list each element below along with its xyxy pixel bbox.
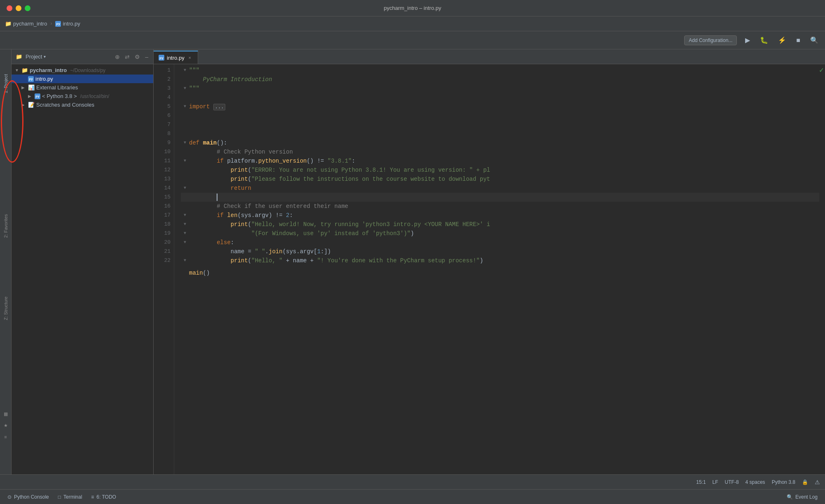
- code-line-8: [181, 129, 819, 138]
- panel-sync-button[interactable]: ⇄: [124, 53, 131, 61]
- python-file-icon: py: [55, 21, 61, 27]
- breadcrumb-file[interactable]: py intro.py: [55, 21, 80, 27]
- fold-icon-19[interactable]: ▼: [184, 229, 186, 238]
- python-console-label: Python Console: [14, 494, 49, 500]
- code-text-3: """: [189, 84, 199, 93]
- code-line-7: [181, 120, 819, 129]
- sidebar-bottom-icon-1[interactable]: ▦: [1, 409, 10, 418]
- tab-intro-py[interactable]: py intro.py ×: [154, 51, 198, 64]
- root-folder-icon: 📁: [21, 67, 28, 73]
- add-configuration-button[interactable]: Add Configuration...: [684, 35, 737, 45]
- stop-button[interactable]: ■: [795, 35, 802, 46]
- sidebar-bottom-icon-2[interactable]: ★: [1, 421, 10, 430]
- indent-info[interactable]: 4 spaces: [746, 479, 765, 485]
- encoding[interactable]: UTF-8: [725, 479, 739, 485]
- tree-item-python38[interactable]: ▶ py < Python 3.8 > /usr/local/bin/: [12, 92, 153, 100]
- code-comment-10: # Check Python version: [189, 147, 293, 156]
- terminal-tab[interactable]: □ Terminal: [54, 491, 86, 503]
- python-version-status[interactable]: Python 3.8: [772, 479, 795, 485]
- code-text-1: """: [189, 66, 199, 75]
- terminal-icon: □: [58, 494, 61, 500]
- debug-button[interactable]: 🐛: [758, 35, 770, 46]
- project-panel-header: 📁 Project ▾ ⊕ ⇄ ⚙ –: [12, 49, 153, 64]
- tab-close-button[interactable]: ×: [187, 55, 193, 61]
- root-folder-path: ~/Downloads/py: [70, 68, 105, 73]
- fold-icon-18[interactable]: ▼: [184, 220, 186, 229]
- fold-icon-22[interactable]: ▼: [184, 256, 186, 265]
- tree-item-external-libs[interactable]: ▶ 📊 External Libraries: [12, 83, 153, 92]
- window-controls[interactable]: [7, 5, 30, 11]
- fold-icon-20[interactable]: ▼: [184, 238, 186, 247]
- search-everywhere-button[interactable]: 🔍: [809, 35, 820, 46]
- code-line-22: ▼ print("Hello, " + name + "! You're don…: [181, 256, 819, 265]
- code-line-20: ▼ else:: [181, 238, 819, 247]
- code-line-1: ▼ """: [181, 66, 819, 75]
- bottom-toolbar: ⊙ Python Console □ Terminal ≡ 6: TODO 🔍 …: [0, 489, 825, 504]
- ext-libs-label: External Libraries: [36, 84, 78, 91]
- code-line-3: ▼ """: [181, 84, 819, 93]
- checkmark-icon: ✓: [819, 66, 824, 75]
- panel-add-button[interactable]: ⊕: [114, 53, 121, 61]
- sidebar-label-structure[interactable]: Z: Structure: [3, 296, 8, 320]
- event-log-tab[interactable]: 🔍 Event Log: [783, 491, 822, 503]
- fold-icon-17[interactable]: ▼: [184, 211, 186, 220]
- code-line-16: # Check if the user entered their name: [181, 202, 819, 211]
- project-panel-title[interactable]: Project ▾: [26, 54, 46, 60]
- code-line-17: ▼ if len(sys.argv) != 2:: [181, 211, 819, 220]
- cursor-position[interactable]: 15:1: [696, 479, 706, 485]
- status-right: 15:1 LF UTF-8 4 spaces Python 3.8 🔒 ⚠: [696, 479, 820, 485]
- lock-icon: 🔒: [802, 479, 808, 485]
- fold-icon-3[interactable]: ▼: [184, 84, 186, 93]
- editor-right-gutter: ✓: [819, 64, 825, 474]
- sidebar-label-favorites[interactable]: 2: Favorites: [3, 214, 8, 238]
- fold-icon-11[interactable]: ▼: [184, 156, 186, 166]
- intro-py-icon: py: [28, 76, 34, 82]
- fold-icon-14[interactable]: ▼: [184, 184, 186, 193]
- toolbar-actions: Add Configuration... ▶ 🐛 ⚡ ■ 🔍: [684, 35, 820, 46]
- python38-path: /usr/local/bin/: [80, 93, 110, 99]
- code-line-13: print("Please follow the instructions on…: [181, 175, 819, 184]
- terminal-label: Terminal: [63, 494, 82, 500]
- code-line-14: ▼ return: [181, 184, 819, 193]
- sidebar-bottom-icon-3[interactable]: ≡: [1, 432, 10, 441]
- tab-label: intro.py: [167, 55, 185, 61]
- todo-tab[interactable]: ≡ 6: TODO: [87, 491, 120, 503]
- python-console-tab[interactable]: ⊙ Python Console: [3, 491, 53, 503]
- sidebar-label-project[interactable]: 1: Project: [3, 74, 8, 93]
- ext-libs-icon: 📊: [28, 84, 35, 91]
- code-kw-def: def: [189, 138, 199, 147]
- code-editor[interactable]: 1 2 3 4 5 6 7 8 9 10 11 12 13 14 15 16 1…: [154, 64, 825, 474]
- code-line-21: name = " ".join(sys.argv[1:]): [181, 247, 819, 256]
- profile-button[interactable]: ⚡: [776, 35, 788, 46]
- tree-item-scratches[interactable]: ▶ 📝 Scratches and Consoles: [12, 100, 153, 109]
- code-text-5-kw: import: [189, 102, 210, 111]
- code-comment-16: # Check if the user entered their name: [189, 202, 348, 211]
- line-separator[interactable]: LF: [713, 479, 718, 485]
- code-line-6: [181, 111, 819, 120]
- code-line-5: ▼ import ...: [181, 102, 819, 111]
- breadcrumb-separator: ›: [49, 21, 53, 27]
- python-console-icon: ⊙: [7, 494, 12, 500]
- tree-item-intro-py[interactable]: py intro.py: [12, 75, 153, 83]
- code-line-2: PyCharm Introduction: [181, 75, 819, 84]
- fold-icon-9[interactable]: ▼: [184, 138, 186, 147]
- event-log-label: Event Log: [795, 494, 818, 500]
- close-button[interactable]: [7, 5, 12, 11]
- breadcrumb-project[interactable]: 📁 pycharm_intro: [5, 21, 47, 27]
- project-panel: 📁 Project ▾ ⊕ ⇄ ⚙ – ▼ 📁 pycharm_intro ~/…: [12, 49, 154, 474]
- cursor: [217, 194, 217, 201]
- tree-arrow-py38: ▶: [28, 94, 33, 98]
- fold-icon-5[interactable]: ▼: [184, 102, 186, 111]
- code-content[interactable]: ▼ """ PyCharm Introduction ▼ """: [174, 64, 819, 474]
- run-button[interactable]: ▶: [743, 35, 752, 46]
- panel-header-actions: ⊕ ⇄ ⚙ –: [114, 53, 149, 61]
- fold-icon-1[interactable]: ▼: [184, 66, 186, 75]
- code-func-main: main: [203, 138, 217, 147]
- maximize-button[interactable]: [25, 5, 30, 11]
- minimize-button[interactable]: [16, 5, 21, 11]
- panel-settings-button[interactable]: ⚙: [134, 53, 141, 61]
- panel-hide-button[interactable]: –: [144, 53, 149, 61]
- todo-label: 6: TODO: [96, 494, 116, 500]
- folder-panel-icon: 📁: [16, 54, 22, 60]
- tree-item-root[interactable]: ▼ 📁 pycharm_intro ~/Downloads/py: [12, 66, 153, 75]
